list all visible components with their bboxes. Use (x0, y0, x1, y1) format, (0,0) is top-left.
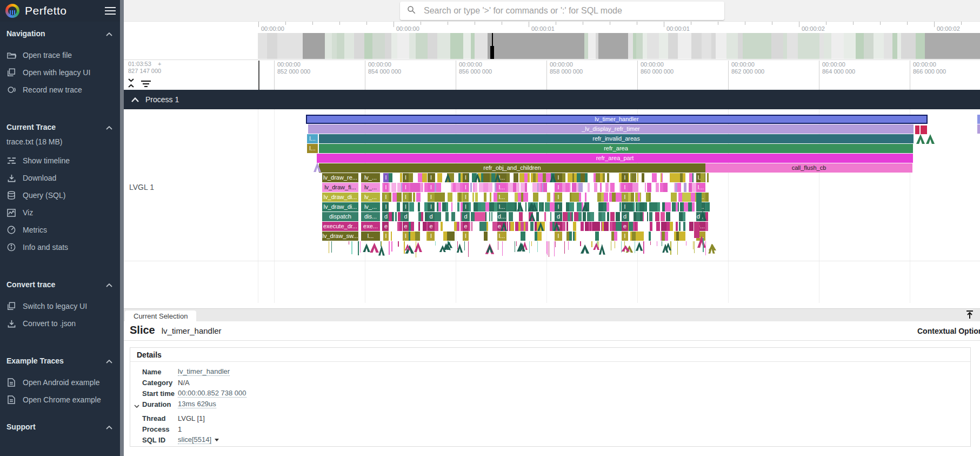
flame-slice[interactable] (639, 232, 644, 241)
slice--lv-display-refr-timer[interactable]: _lv_display_refr_timer (308, 124, 914, 134)
flame-slice[interactable] (544, 212, 546, 221)
flame-slice[interactable] (410, 232, 415, 241)
flame-slice[interactable] (452, 232, 455, 241)
flame-slice[interactable] (550, 202, 555, 212)
flame-slice[interactable] (696, 193, 702, 211)
flame-slice[interactable] (572, 183, 576, 192)
flame-slice[interactable]: lv_... (361, 173, 380, 182)
slice-refr-obj-and-children[interactable]: refr_obj_and_children (319, 163, 705, 173)
flame-slice[interactable] (614, 232, 617, 241)
flame-slice[interactable]: lv_... (361, 193, 380, 202)
flame-slice[interactable]: l (428, 202, 435, 212)
flame-slice[interactable]: l (383, 202, 389, 212)
flame-slice[interactable] (489, 202, 494, 212)
sidebar-scrollbar[interactable] (120, 0, 124, 456)
flame-slice[interactable]: lv_... (361, 202, 380, 212)
flame-slice[interactable] (596, 173, 600, 182)
sidebar-item-show-timeline[interactable]: Show timeline (0, 152, 120, 169)
flame-slice[interactable] (633, 202, 635, 212)
flame-slice[interactable] (507, 222, 508, 231)
slice-dispatch[interactable]: dispatch (322, 212, 358, 221)
flame-slice[interactable] (523, 193, 528, 202)
flame-slice[interactable] (438, 202, 441, 212)
flame-slice[interactable] (542, 202, 544, 212)
collapse-tracks-icon[interactable] (127, 78, 135, 90)
flame-slice[interactable] (604, 222, 609, 231)
flame-slice[interactable] (415, 232, 420, 241)
flame-slice[interactable] (705, 193, 709, 202)
flame-slice[interactable]: l (383, 232, 389, 241)
flame-slice[interactable] (628, 183, 632, 192)
flame-slice[interactable] (594, 183, 597, 192)
flame-slice[interactable] (604, 193, 608, 202)
flame-slice[interactable] (448, 193, 452, 202)
flame-slice[interactable] (391, 232, 392, 241)
flame-slice[interactable]: d (403, 212, 409, 221)
flame-slice[interactable]: e (622, 222, 628, 231)
flame-slice[interactable] (562, 173, 565, 182)
slice-lv-timer-handler[interactable]: lv_timer_handler (306, 115, 928, 124)
flame-slice[interactable]: l (403, 202, 409, 212)
flame-slice[interactable] (571, 212, 573, 221)
flame-slice[interactable]: d (555, 212, 562, 221)
flame-slice[interactable]: l (403, 173, 409, 182)
flame-slice[interactable] (485, 212, 486, 221)
flame-slice[interactable]: d (622, 212, 628, 221)
flame-slice[interactable] (469, 212, 470, 221)
flame-slice[interactable] (585, 222, 589, 231)
flame-slice[interactable] (451, 212, 455, 221)
flame-slice[interactable] (692, 202, 695, 212)
flame-slice[interactable] (447, 232, 452, 241)
flame-slice[interactable] (418, 173, 422, 182)
slice-lv-draw-re-[interactable]: lv_draw_re... (322, 173, 358, 182)
timeline-minimap[interactable] (258, 33, 980, 59)
flame-slice[interactable] (507, 173, 510, 182)
flame-slice[interactable] (633, 193, 634, 202)
flame-slice[interactable] (457, 202, 459, 212)
detail-value[interactable]: 13ms 629us (178, 400, 216, 408)
flame-slice[interactable] (545, 202, 550, 212)
flame-slice[interactable] (578, 183, 583, 192)
flame-slice[interactable] (611, 183, 615, 192)
flame-slice[interactable] (491, 212, 492, 221)
flame-slice[interactable] (665, 232, 668, 241)
flame-slice[interactable] (536, 212, 539, 221)
flame-slice[interactable] (415, 183, 420, 192)
flame-slice[interactable] (397, 183, 401, 192)
flame-slice[interactable] (491, 173, 495, 182)
flame-slice[interactable] (666, 212, 670, 221)
flame-slice[interactable] (683, 173, 685, 182)
flame-slice[interactable] (579, 193, 581, 202)
flame-slice[interactable] (437, 173, 442, 182)
flame-slice[interactable] (408, 173, 413, 182)
flame-slice[interactable] (703, 238, 704, 252)
slice-lv-draw-di-[interactable]: lv_draw_di... (322, 193, 358, 202)
flame-slice[interactable] (515, 202, 517, 212)
section-header[interactable]: Example Traces (0, 356, 120, 365)
detail-value[interactable]: 00:00:00.852 738 000 (178, 389, 246, 398)
flame-slice[interactable] (511, 212, 513, 221)
flame-slice[interactable]: l (463, 173, 469, 182)
sidebar-item-metrics[interactable]: Metrics (0, 221, 120, 239)
flame-slice[interactable] (420, 183, 423, 192)
flame-slice[interactable] (474, 202, 478, 212)
process-collapse-icon[interactable] (131, 97, 139, 102)
chevron-down-icon[interactable] (134, 401, 139, 409)
flame-arrow[interactable] (926, 134, 935, 144)
flame-slice[interactable] (585, 193, 586, 202)
flame-slice[interactable]: e (463, 222, 469, 231)
sidebar-item-convert-to-json[interactable]: Convert to .json (0, 315, 120, 332)
flame-slice[interactable] (528, 173, 530, 182)
dropdown-caret-icon[interactable] (215, 439, 219, 441)
flame-slice[interactable] (657, 202, 660, 212)
flame-slice[interactable] (649, 212, 652, 221)
tab-current-selection[interactable]: Current Selection (125, 310, 196, 322)
flame-slice[interactable]: l (428, 232, 435, 241)
flame-slice[interactable] (583, 212, 586, 221)
flame-slice[interactable] (640, 193, 641, 202)
flame-slice[interactable] (489, 212, 490, 221)
flame-slice[interactable] (521, 183, 525, 192)
flame-slice[interactable] (694, 222, 699, 238)
flame-slice[interactable] (566, 222, 568, 231)
flame-slice[interactable] (603, 173, 605, 182)
